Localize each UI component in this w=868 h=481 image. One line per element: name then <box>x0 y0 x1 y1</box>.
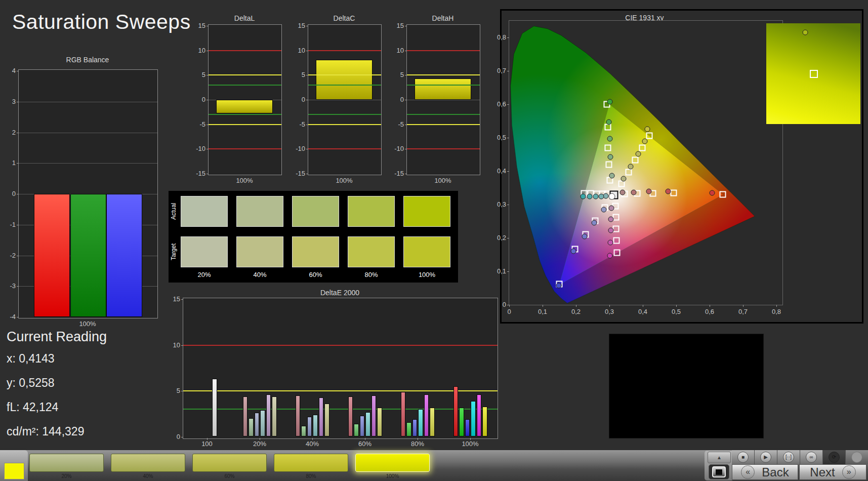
next-button[interactable]: Next » <box>799 464 866 480</box>
cie-measured-point-yellow <box>645 126 650 132</box>
delta-tick-label: -15 <box>190 170 205 177</box>
rgb-tick-label: -4 <box>1 313 16 320</box>
limit-line--10 <box>209 148 281 149</box>
saturation-patch-button-100%[interactable] <box>355 454 430 472</box>
cie-target-square-green <box>604 124 611 130</box>
delta-tick-label: 15 <box>290 22 305 29</box>
cie-measured-point-yellow <box>621 176 626 182</box>
saturation-patch-button-60%[interactable] <box>192 454 267 472</box>
rgb-tick-mark <box>17 133 19 133</box>
transport-segment-play: ▶ <box>755 450 777 464</box>
loop-icon: ∞ <box>806 452 816 462</box>
saturation-patch-button-40%[interactable] <box>111 454 185 472</box>
swatch-row-label-target: Target <box>170 236 177 267</box>
limit-line--10 <box>308 148 381 149</box>
cie-measured-point-yellow <box>635 151 641 156</box>
delta-tick-label: 0 <box>389 96 404 103</box>
saturation-patch-button-20%[interactable] <box>29 454 104 472</box>
rgb-tick-label: 3 <box>1 98 16 105</box>
deltae-title: DeltaE 2000 <box>183 289 497 297</box>
deltae-group-label: 40% <box>297 440 327 448</box>
actual-swatch-80% <box>348 196 395 227</box>
cie-target-square-yellow <box>639 145 646 151</box>
refresh-button[interactable]: ⟳ <box>829 452 840 463</box>
rgb-tick-mark <box>17 256 19 256</box>
deltae-bar <box>255 413 260 436</box>
deltae-bar <box>482 407 487 437</box>
deltae-tick-mark <box>181 437 183 437</box>
actual-swatch-100% <box>403 196 450 227</box>
cie-measured-point-cyan <box>580 194 586 199</box>
delta-chart-x-label: 100% <box>308 177 381 184</box>
deltae-bar <box>377 408 382 437</box>
back-button[interactable]: « Back <box>732 464 798 480</box>
deltae-bar <box>412 419 418 436</box>
deltae-group-label: 100% <box>455 440 485 448</box>
deltae-bar <box>348 396 353 437</box>
deltae-bar <box>406 422 411 437</box>
limit-line-3 <box>209 85 281 86</box>
cie-measured-point-yellow <box>642 139 647 144</box>
next-chevron-icon: » <box>842 465 856 479</box>
deltae-bar <box>272 396 277 437</box>
cie-measured-point-red <box>665 188 671 194</box>
swatch-col-label: 20% <box>181 271 228 278</box>
display-mode-button[interactable] <box>709 464 729 479</box>
limit-line--3 <box>308 114 381 115</box>
cie-y-tick-label: 0,8 <box>489 33 506 41</box>
cie-x-tick-mark <box>710 305 710 307</box>
deltae-bar <box>365 412 370 437</box>
cie-measured-point-red <box>710 190 715 195</box>
stop-button[interactable]: ■ <box>737 452 749 463</box>
cie-plot: 0,80,70,60,50,40,30,20,1000,10,20,30,40,… <box>509 20 783 305</box>
actual-swatch-40% <box>236 196 283 227</box>
inset-measured-point <box>803 30 808 35</box>
delta-bar <box>216 100 273 113</box>
cie-x-tick-mark <box>676 305 677 307</box>
cie-measured-point-magenta <box>608 217 614 222</box>
deltae-bar <box>212 379 217 436</box>
deltae-x-tick <box>470 438 471 440</box>
cie-measured-point-red <box>646 189 651 194</box>
rgb-balance-x-label: 100% <box>18 320 157 328</box>
target-swatch-60% <box>292 236 339 267</box>
deltae-bar <box>360 416 365 437</box>
reading-item-fL: fL: 42,124 <box>7 400 107 414</box>
cie-y-tick-label: 0 <box>489 301 506 308</box>
deltae-group-label: 80% <box>402 440 433 448</box>
deltae-tick-label: 15 <box>165 295 180 303</box>
saturation-patch-button-80%[interactable] <box>274 454 348 472</box>
rgb-tick-mark <box>17 194 19 194</box>
rgb-gridline <box>19 133 157 133</box>
cie-whitepoint-measured <box>608 193 615 199</box>
delta-zero-line <box>407 100 480 100</box>
limit-line-3 <box>308 85 381 86</box>
deltae-x-tick <box>365 438 365 440</box>
delta-tick-label: 0 <box>290 96 305 103</box>
cie-measured-point-magenta <box>607 253 613 258</box>
cie-measured-point-cyan <box>593 193 598 199</box>
loop-button[interactable]: ∞ <box>806 452 817 463</box>
delta-chart-title-DeltaL: DeltaL <box>208 14 281 22</box>
cie-target-square-yellow <box>646 133 653 139</box>
back-chevron-icon: « <box>741 465 755 479</box>
collapse-toolbar-button[interactable]: ▲ <box>708 452 731 463</box>
cie-y-tick-label: 0,3 <box>489 201 506 208</box>
cie-gamut-graphic <box>509 21 782 305</box>
play-button[interactable]: ▶ <box>760 452 771 463</box>
cie-x-tick-label: 0,3 <box>600 308 618 315</box>
rgb-gridline <box>19 102 157 102</box>
delta-chart-DeltaC: 151050-5-10-15 <box>308 24 382 175</box>
cie-zoom-inset <box>766 23 860 124</box>
delta-tick-label: -10 <box>290 145 305 152</box>
limit-line-5 <box>308 74 381 75</box>
delta-tick-label: -15 <box>389 170 404 177</box>
deltae-limit-3 <box>183 409 498 410</box>
empty-button <box>851 452 862 463</box>
saturation-patch-label: 40% <box>111 473 185 479</box>
cie-y-tick-mark <box>507 71 509 71</box>
cie-measured-point-green <box>607 99 613 104</box>
delta-tick-mark <box>405 174 407 174</box>
segment-icon: [··] <box>783 452 794 462</box>
segment-button[interactable]: [··] <box>783 452 794 463</box>
